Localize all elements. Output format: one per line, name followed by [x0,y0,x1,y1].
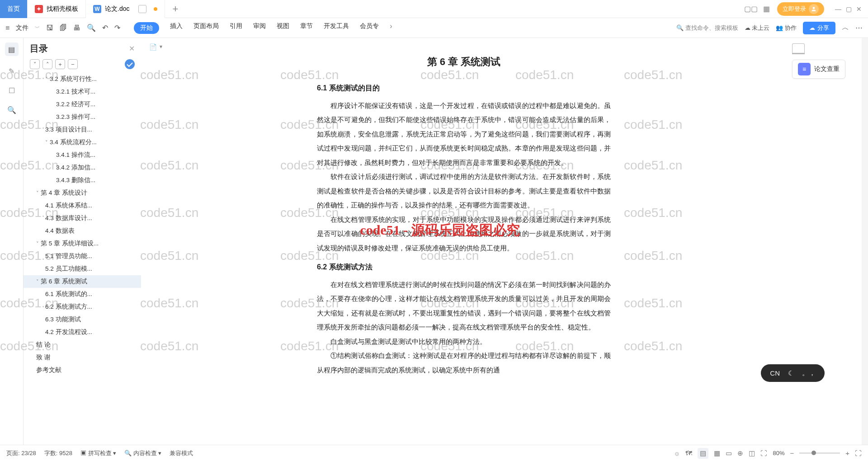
zoom-value[interactable]: 80% [773,450,784,456]
status-words[interactable]: 字数: 9528 [44,449,72,457]
window-preview-icon[interactable] [138,5,146,13]
maximize-button[interactable]: ▢ [846,5,852,13]
print-preview-icon[interactable]: 🔍 [87,24,96,32]
brightness-icon[interactable]: ☼ [674,449,680,457]
outline-item[interactable]: ˅3.4 系统流程分... [24,136,141,149]
page-icon[interactable]: 📄 [149,43,157,51]
status-contentcheck[interactable]: 🔍 内容检查 ▾ [124,449,161,457]
outline-item[interactable]: 3.2.3 操作可... [24,111,141,123]
undo-icon[interactable]: ↶ [102,24,108,32]
tab-document[interactable]: W 论文.doc [86,0,165,18]
doc-heading-2b: 6.2 系统测试方法 [317,259,611,275]
cloud-status[interactable]: ☁ 未上云 [745,24,770,32]
vertical-scrollbar[interactable] [862,38,868,445]
column-icon[interactable]: ◫ [749,449,755,457]
layout-icon[interactable]: ▢▢ [746,5,755,14]
menu-icon[interactable]: ≡ [5,24,9,32]
outline-item[interactable]: 6.1 系统测试的... [24,288,141,301]
zoom-fit-icon[interactable]: ⛶ [760,449,767,457]
view-web-icon[interactable]: ⊕ [737,449,743,457]
outline-rail-icon[interactable]: ▤ [5,42,19,56]
outline-item-label: 5.2 员工功能模... [45,265,92,272]
ribbon-tab-start[interactable]: 开始 [134,22,159,34]
outline-item[interactable]: 4.3 数据库设计... [24,212,141,225]
status-page[interactable]: 页面: 23/28 [6,449,36,457]
outline-item[interactable]: ˅第 5 章 系统详细设... [24,237,141,250]
add-item-icon[interactable]: + [55,59,65,69]
collapse-ribbon-icon[interactable]: ︿ [842,23,849,33]
outline-item[interactable]: 4.2 开发流程设... [24,326,141,339]
outline-item[interactable]: ˅第 4 章 系统设计 [24,187,141,199]
ribbon-overflow-icon[interactable]: › [390,22,392,34]
outline-item[interactable]: 4.4 数据表 [24,225,141,237]
remove-item-icon[interactable]: − [68,59,78,69]
apps-icon[interactable]: ▦ [762,5,771,14]
file-menu[interactable]: 文件 [16,24,28,32]
outline-item[interactable]: 结 论 [24,339,141,351]
outline-item[interactable]: 3.4.3 删除信... [24,174,141,187]
collapse-all-icon[interactable]: ˅ [30,59,40,69]
ime-indicator[interactable]: CN ☾ 。， [761,364,825,382]
tab-home[interactable]: 首页 [0,0,28,18]
outline-item[interactable]: 3.2.1 技术可... [24,85,141,98]
map-icon[interactable]: 🗺 [685,449,692,457]
bookmark-rail-icon[interactable]: ☐ [9,86,15,95]
outline-item[interactable]: 5.2 员工功能模... [24,263,141,275]
outline-item[interactable]: 3.4.1 操作流... [24,149,141,161]
page-dropdown-icon[interactable]: ▾ [160,43,162,51]
outline-item[interactable]: 3.3 项目设计目... [24,123,141,136]
more-icon[interactable]: ⋯ [855,24,863,32]
view-page-icon[interactable]: ▤ [698,448,708,459]
outline-item[interactable]: 3.4.2 添加信... [24,161,141,174]
close-button[interactable]: ✕ [856,5,862,13]
view-outline-icon[interactable]: ▦ [714,449,720,457]
sync-toggle-icon[interactable] [125,59,135,69]
zoom-out-icon[interactable]: − [790,449,794,457]
new-tab-button[interactable]: + [165,3,185,15]
outline-item[interactable]: 参考文献 [24,364,141,376]
zoom-slider[interactable] [799,452,840,454]
minimize-button[interactable]: — [835,5,841,13]
search-rail-icon[interactable]: 🔍 [7,106,16,114]
file-menu-chevron[interactable]: ﹀ [35,24,40,31]
ribbon-tab-view[interactable]: 视图 [277,22,289,34]
view-read-icon[interactable]: ▭ [726,449,732,457]
outline-item[interactable]: 3.2.2 经济可... [24,98,141,111]
tabbar-right: ▢▢ ▦ 立即登录 — ▢ ✕ [746,2,868,16]
ribbon-tab-review[interactable]: 审阅 [253,22,266,34]
ribbon-tab-devtools[interactable]: 开发工具 [324,22,349,34]
collapse-right-icon[interactable] [792,43,805,54]
outline-item[interactable]: 5.1 管理员功能... [24,250,141,263]
doc-paragraph: 在线文档管理系统的实现，对于系统中功能模块的实现及操作都必须通过测试进行来评判系… [317,212,611,255]
close-panel-icon[interactable]: ✕ [129,44,135,53]
share-button[interactable]: ☁分享 [803,22,835,34]
tab-template[interactable]: ✦ 找稻壳模板 [28,0,86,18]
paper-check-button[interactable]: ≡ 论文查重 [792,60,845,79]
outline-item[interactable]: 4.1 系统体系结... [24,199,141,212]
login-button[interactable]: 立即登录 [777,2,824,16]
expand-all-icon[interactable]: ˄ [42,59,52,69]
outline-item[interactable]: 致 谢 [24,351,141,364]
outline-item[interactable]: 6.2 系统测试方... [24,301,141,313]
outline-item-label: 3.4.2 添加信... [56,164,95,171]
document-page[interactable]: 第 6 章 系统测试 6.1 系统测试的目的 程序设计不能保证没有错误，这是一个… [299,38,629,445]
saveas-icon[interactable]: 🗐 [60,24,67,32]
save-icon[interactable]: 🖫 [46,24,53,32]
command-search[interactable]: 🔍 查找命令、搜索模板 [676,24,738,32]
outline-item[interactable]: ˅第 6 章 系统测试 [24,275,141,288]
clip-rail-icon[interactable]: ✎ [9,67,14,75]
redo-icon[interactable]: ↷ [114,24,120,32]
ribbon-tab-insert[interactable]: 插入 [170,22,183,34]
ribbon-tab-member[interactable]: 会员专 [360,22,379,34]
ribbon-tab-pagelayout[interactable]: 页面布局 [193,22,219,34]
ribbon-tab-section[interactable]: 章节 [300,22,313,34]
print-icon[interactable]: 🖶 [73,24,80,32]
zoom-in-icon[interactable]: + [845,449,849,457]
fullscreen-icon[interactable]: ⛶ [855,449,862,457]
outline-item[interactable]: ˅3.2 系统可行性... [24,73,141,85]
status-spellcheck[interactable]: ▣ 拼写检查 ▾ [80,449,116,457]
coop-button[interactable]: 👥 协作 [776,24,797,32]
ribbon-tab-references[interactable]: 引用 [230,22,242,34]
status-compat[interactable]: 兼容模式 [170,449,193,457]
outline-item[interactable]: 6.3 功能测试 [24,313,141,326]
